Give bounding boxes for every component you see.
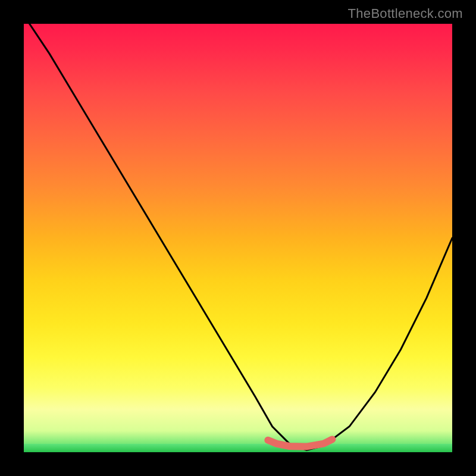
plot-area — [24, 24, 452, 452]
curve-layer — [24, 24, 452, 452]
chart-frame: TheBottleneck.com — [0, 0, 476, 476]
optimal-zone-marker — [268, 439, 332, 446]
watermark-text: TheBottleneck.com — [348, 6, 463, 21]
bottleneck-curve — [24, 24, 452, 450]
